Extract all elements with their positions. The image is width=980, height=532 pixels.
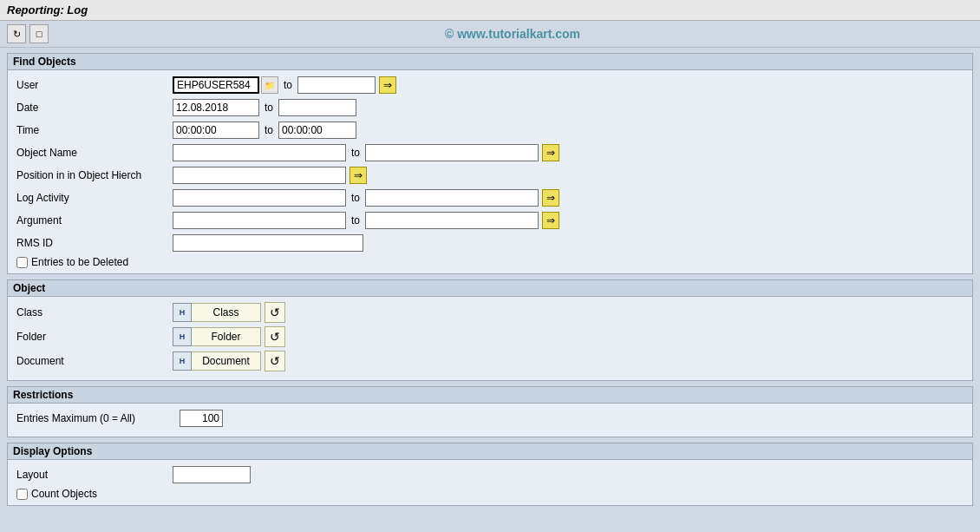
user-to-label: to	[284, 79, 292, 91]
argument-label: Argument	[16, 214, 173, 227]
log-activity-to-input[interactable]	[365, 189, 539, 207]
count-objects-checkbox[interactable]	[16, 489, 28, 500]
restrictions-section: Restrictions Entries Maximum (0 = All)	[7, 386, 973, 437]
user-input[interactable]	[173, 76, 259, 94]
entries-delete-row: Entries to be Deleted	[16, 256, 964, 268]
user-row: User 📁 to	[16, 76, 964, 95]
count-objects-row: Count Objects	[16, 488, 964, 500]
user-label: User	[16, 79, 173, 91]
rms-id-label: RMS ID	[16, 237, 173, 249]
class-row: Class H Class ↺	[16, 302, 964, 323]
argument-to-label: to	[351, 214, 360, 227]
time-to-label: to	[265, 124, 273, 136]
folder-row: Folder H Folder ↺	[16, 326, 964, 347]
back-button[interactable]: ↻	[7, 24, 26, 43]
log-activity-row: Log Activity to	[16, 188, 964, 207]
argument-input[interactable]	[173, 212, 346, 229]
class-label: Class	[16, 306, 173, 319]
layout-label: Layout	[16, 469, 173, 481]
object-name-label: Object Name	[16, 147, 173, 159]
position-input[interactable]	[173, 167, 346, 184]
find-objects-body: User 📁 to Date to Time to	[8, 70, 972, 273]
date-label: Date	[16, 102, 173, 114]
log-activity-label: Log Activity	[16, 192, 173, 204]
log-activity-input[interactable]	[173, 189, 346, 207]
toolbar: ↻ □ © www.tutorialkart.com	[0, 21, 980, 48]
class-icon: H	[173, 303, 192, 322]
time-to-input[interactable]	[278, 122, 356, 139]
user-nav-button[interactable]	[379, 76, 396, 94]
argument-nav-button[interactable]	[542, 212, 559, 229]
date-input[interactable]	[173, 99, 259, 116]
folder-icon: H	[173, 327, 192, 346]
log-activity-nav-button[interactable]	[542, 189, 559, 207]
log-activity-to-label: to	[351, 192, 360, 204]
main-content: Find Objects User 📁 to Date to Time	[0, 48, 980, 511]
display-options-title: Display Options	[8, 443, 972, 460]
date-to-label: to	[265, 102, 273, 114]
class-button[interactable]: Class	[192, 303, 261, 322]
object-name-row: Object Name to	[16, 143, 964, 162]
document-label: Document	[16, 355, 173, 367]
rms-id-input[interactable]	[173, 234, 363, 252]
object-section: Object Class H Class ↺ Folder H Folder ↺	[7, 279, 973, 381]
document-refresh-button[interactable]: ↺	[265, 351, 285, 371]
object-section-body: Class H Class ↺ Folder H Folder ↺ Docume…	[8, 297, 972, 380]
display-options-body: Layout Count Objects	[8, 460, 972, 505]
position-label: Position in in Object Hierch	[16, 169, 173, 181]
time-label: Time	[16, 124, 173, 136]
stop-button[interactable]: □	[29, 24, 49, 43]
argument-to-input[interactable]	[365, 212, 539, 229]
folder-button[interactable]: Folder	[192, 327, 261, 346]
page-title: Reporting: Log	[7, 3, 88, 16]
entries-max-input[interactable]	[180, 410, 223, 427]
restrictions-title: Restrictions	[8, 387, 972, 404]
entries-delete-checkbox[interactable]	[16, 257, 28, 268]
restrictions-body: Entries Maximum (0 = All)	[8, 404, 972, 437]
object-name-input[interactable]	[173, 144, 346, 161]
entries-max-label: Entries Maximum (0 = All)	[16, 412, 173, 424]
title-bar: Reporting: Log	[0, 0, 980, 21]
user-to-input[interactable]	[297, 76, 376, 94]
object-name-to-label: to	[351, 147, 360, 159]
object-name-nav-button[interactable]	[542, 144, 559, 161]
layout-row: Layout	[16, 465, 964, 484]
argument-row: Argument to	[16, 211, 964, 230]
count-objects-label: Count Objects	[31, 488, 97, 500]
time-row: Time to	[16, 121, 964, 140]
find-objects-title: Find Objects	[8, 54, 972, 70]
date-row: Date to	[16, 98, 964, 117]
entries-delete-label: Entries to be Deleted	[31, 256, 128, 268]
folder-label: Folder	[16, 331, 173, 343]
document-row: Document H Document ↺	[16, 351, 964, 371]
layout-input[interactable]	[173, 466, 251, 483]
find-objects-section: Find Objects User 📁 to Date to Time	[7, 53, 973, 274]
document-icon: H	[173, 351, 192, 371]
watermark: © www.tutorialkart.com	[52, 27, 973, 41]
entries-max-row: Entries Maximum (0 = All)	[16, 409, 964, 428]
folder-refresh-button[interactable]: ↺	[265, 326, 285, 347]
display-options-section: Display Options Layout Count Objects	[7, 443, 973, 506]
class-refresh-button[interactable]: ↺	[265, 302, 285, 323]
user-folder-icon[interactable]: 📁	[261, 76, 278, 94]
position-row: Position in in Object Hierch	[16, 166, 964, 185]
position-nav-button[interactable]	[350, 167, 367, 184]
time-input[interactable]	[173, 122, 259, 139]
object-section-title: Object	[8, 280, 972, 297]
document-button[interactable]: Document	[192, 351, 261, 371]
date-to-input[interactable]	[278, 99, 356, 116]
object-name-to-input[interactable]	[365, 144, 539, 161]
rms-id-row: RMS ID	[16, 233, 964, 253]
